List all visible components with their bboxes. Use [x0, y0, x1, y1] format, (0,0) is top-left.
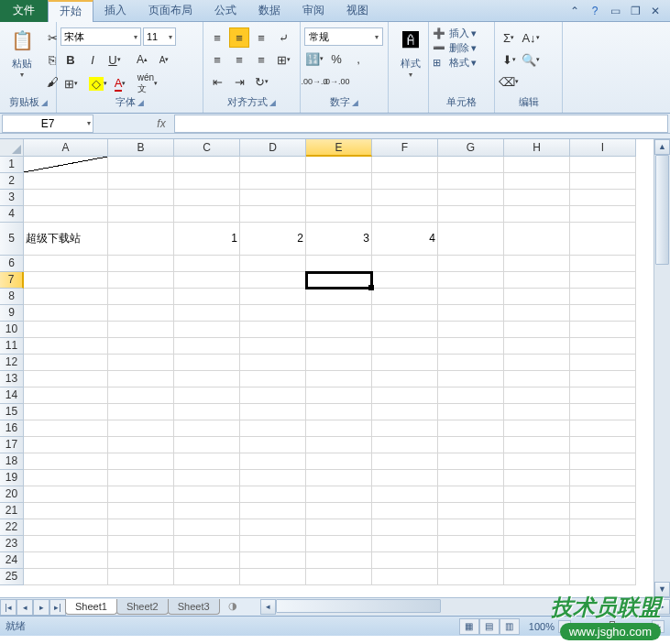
row-header-18[interactable]: 18	[0, 453, 24, 470]
cell-A9[interactable]	[24, 305, 108, 322]
col-header-G[interactable]: G	[438, 139, 504, 157]
scroll-thumb[interactable]	[655, 155, 669, 265]
number-format-select[interactable]: 常规▾	[304, 27, 383, 46]
cell-E9[interactable]	[306, 305, 372, 322]
tab-view[interactable]: 视图	[335, 0, 379, 22]
cell-F5[interactable]: 4	[372, 223, 438, 256]
sheet-tab-3[interactable]: Sheet3	[168, 599, 220, 615]
cell-G24[interactable]	[438, 552, 504, 569]
italic-button[interactable]: I	[82, 49, 103, 70]
underline-button[interactable]: U▾	[104, 49, 125, 70]
tab-insert[interactable]: 插入	[93, 0, 137, 22]
cell-C16[interactable]	[174, 420, 240, 437]
cell-B18[interactable]	[108, 453, 174, 470]
cell-B1[interactable]	[108, 157, 174, 173]
hscroll-thumb[interactable]	[276, 599, 441, 613]
row-header-21[interactable]: 21	[0, 503, 24, 519]
cell-D14[interactable]	[240, 387, 306, 404]
cell-C2[interactable]	[174, 173, 240, 190]
fx-icon[interactable]: fx	[148, 117, 174, 130]
cell-B10[interactable]	[108, 322, 174, 338]
cell-F23[interactable]	[372, 536, 438, 552]
cell-H7[interactable]	[504, 272, 570, 289]
cell-G25[interactable]	[438, 569, 504, 585]
row-header-11[interactable]: 11	[0, 338, 24, 355]
cell-H6[interactable]	[504, 256, 570, 272]
cell-D23[interactable]	[240, 536, 306, 552]
cell-C3[interactable]	[174, 190, 240, 206]
decrease-decimal-button[interactable]: .0→.00	[326, 71, 346, 92]
decrease-indent-button[interactable]: ⇤	[207, 71, 227, 92]
cell-E10[interactable]	[306, 322, 372, 338]
cell-H19[interactable]	[504, 470, 570, 486]
cell-I24[interactable]	[570, 552, 636, 569]
cell-I20[interactable]	[570, 486, 636, 503]
cell-G5[interactable]	[438, 223, 504, 256]
fill-button[interactable]: ⬇▾	[499, 49, 519, 70]
cell-A7[interactable]	[24, 272, 108, 289]
col-header-F[interactable]: F	[372, 139, 438, 157]
cell-F6[interactable]	[372, 256, 438, 272]
cell-A11[interactable]	[24, 338, 108, 355]
cell-B4[interactable]	[108, 206, 174, 223]
cell-D12[interactable]	[240, 355, 306, 371]
col-header-D[interactable]: D	[240, 139, 306, 157]
cell-I15[interactable]	[570, 404, 636, 420]
cell-A19[interactable]	[24, 470, 108, 486]
cell-E23[interactable]	[306, 536, 372, 552]
cell-C18[interactable]	[174, 453, 240, 470]
row-header-13[interactable]: 13	[0, 371, 24, 387]
cell-H17[interactable]	[504, 437, 570, 453]
close-icon[interactable]: ✕	[648, 5, 663, 17]
number-launcher-icon[interactable]: ◢	[352, 98, 358, 107]
cell-E13[interactable]	[306, 371, 372, 387]
cell-H5[interactable]	[504, 223, 570, 256]
cell-F19[interactable]	[372, 470, 438, 486]
align-center-button[interactable]: ≡	[229, 49, 249, 70]
cell-F4[interactable]	[372, 206, 438, 223]
help-icon[interactable]: ?	[588, 5, 602, 17]
border-button[interactable]: ⊞▾	[60, 73, 81, 93]
cell-G3[interactable]	[438, 190, 504, 206]
cell-B21[interactable]	[108, 503, 174, 519]
cell-F3[interactable]	[372, 190, 438, 206]
cell-G13[interactable]	[438, 371, 504, 387]
cell-H24[interactable]	[504, 552, 570, 569]
cell-F24[interactable]	[372, 552, 438, 569]
cell-E11[interactable]	[306, 338, 372, 355]
cell-G7[interactable]	[438, 272, 504, 289]
cell-C4[interactable]	[174, 206, 240, 223]
cell-F12[interactable]	[372, 355, 438, 371]
row-header-23[interactable]: 23	[0, 536, 24, 552]
cell-G9[interactable]	[438, 305, 504, 322]
cell-E8[interactable]	[306, 289, 372, 305]
cell-D2[interactable]	[240, 173, 306, 190]
cell-F18[interactable]	[372, 453, 438, 470]
accounting-format-button[interactable]: 🔢▾	[304, 49, 324, 69]
hscroll-left-button[interactable]: ◂	[260, 599, 276, 615]
row-header-4[interactable]: 4	[0, 206, 24, 223]
cell-I22[interactable]	[570, 519, 636, 536]
cell-E14[interactable]	[306, 387, 372, 404]
row-header-25[interactable]: 25	[0, 569, 24, 585]
insert-cells-button[interactable]: ➕插入 ▾	[433, 27, 477, 40]
cell-D20[interactable]	[240, 486, 306, 503]
cell-H18[interactable]	[504, 453, 570, 470]
align-left-button[interactable]: ≡	[207, 49, 227, 70]
sheet-nav-last[interactable]: ▸|	[49, 599, 66, 616]
cell-C1[interactable]	[174, 157, 240, 173]
cell-A22[interactable]	[24, 519, 108, 536]
cell-G17[interactable]	[438, 437, 504, 453]
cell-H3[interactable]	[504, 190, 570, 206]
file-tab[interactable]: 文件	[0, 0, 48, 22]
cell-H10[interactable]	[504, 322, 570, 338]
cell-B2[interactable]	[108, 173, 174, 190]
tab-formulas[interactable]: 公式	[203, 0, 247, 22]
cell-G2[interactable]	[438, 173, 504, 190]
sheet-tab-2[interactable]: Sheet2	[116, 599, 169, 615]
cell-E21[interactable]	[306, 503, 372, 519]
cell-I16[interactable]	[570, 420, 636, 437]
cell-F16[interactable]	[372, 420, 438, 437]
row-header-14[interactable]: 14	[0, 387, 24, 404]
clear-button[interactable]: ⌫▾	[499, 71, 519, 92]
